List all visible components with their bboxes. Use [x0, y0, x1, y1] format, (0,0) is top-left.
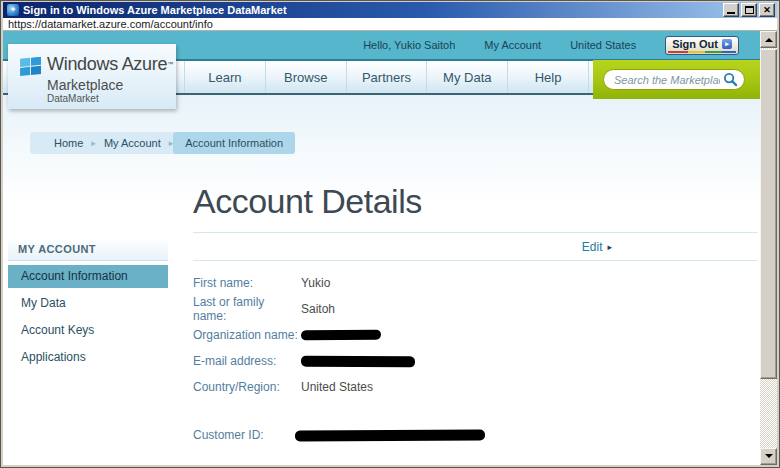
sidebar-title: MY ACCOUNT [8, 237, 168, 261]
scrollbar-thumb[interactable] [760, 49, 777, 379]
minimize-button[interactable] [723, 3, 739, 17]
logo-brand: Windows Azure™ [47, 54, 173, 74]
nav-item-browse[interactable]: Browse [266, 61, 347, 93]
breadcrumb-home[interactable]: Home [46, 132, 91, 154]
vertical-scrollbar[interactable] [760, 31, 777, 465]
page-title: Account Details [193, 181, 758, 221]
field-label: Last or family name: [193, 295, 301, 323]
url-text: https://datamarket.azure.com/account/inf… [8, 18, 213, 30]
edit-arrow-icon: ▸ [607, 242, 612, 252]
field-label: E-mail address: [193, 354, 301, 368]
browser-viewport: Hello, Yukio Saitoh My Account United St… [3, 31, 777, 465]
breadcrumb: Home ▸ My Account ▸ Account Information [30, 132, 295, 154]
redacted-value [301, 330, 381, 341]
maximize-icon [745, 6, 754, 14]
logo-product: Marketplace [47, 77, 176, 93]
field-label: First name: [193, 276, 301, 290]
scrollbar-track[interactable] [760, 379, 777, 448]
scroll-up-button[interactable] [760, 31, 777, 48]
windows-flag-icon [20, 57, 42, 77]
search-block [593, 60, 760, 99]
app-icon: ✦ [7, 4, 19, 16]
edit-link[interactable]: Edit [582, 240, 603, 254]
redacted-value [295, 429, 485, 441]
redacted-value [301, 355, 415, 367]
main-content: Account Details Edit ▸ First name: Yukio… [193, 181, 758, 448]
arrow-up-icon [765, 34, 773, 42]
field-value: Yukio [301, 276, 330, 290]
account-fields: First name: Yukio Last or family name: S… [193, 270, 758, 448]
page-content: Hello, Yukio Saitoh My Account United St… [3, 31, 760, 465]
sidebar-item-applications[interactable]: Applications [8, 346, 168, 369]
browser-window: ✦ Sign in to Windows Azure Marketplace D… [0, 0, 780, 468]
field-row-organization: Organization name: [193, 322, 758, 348]
main-nav: Learn Browse Partners My Data Help [184, 61, 589, 93]
field-value: Saitoh [301, 302, 335, 316]
my-account-link[interactable]: My Account [484, 39, 541, 51]
greeting-text: Hello, Yukio Saitoh [363, 39, 455, 51]
search-icon[interactable] [723, 72, 738, 87]
sign-out-button[interactable]: Sign Out ▸ [665, 36, 739, 55]
window-title: Sign in to Windows Azure Marketplace Dat… [23, 4, 723, 16]
edit-row: Edit ▸ [193, 233, 758, 260]
field-label: Country/Region: [193, 380, 301, 394]
field-row-first-name: First name: Yukio [193, 270, 758, 296]
scroll-down-button[interactable] [760, 448, 777, 465]
field-label: Organization name: [193, 328, 301, 342]
logo-sub-brand: DataMarket [47, 93, 176, 105]
field-row-email: E-mail address: [193, 348, 758, 374]
nav-item-help[interactable]: Help [508, 61, 589, 93]
sign-out-label: Sign Out [672, 38, 718, 50]
divider [193, 260, 758, 261]
nav-item-my-data[interactable]: My Data [427, 61, 508, 93]
arrow-down-icon [765, 454, 773, 462]
field-row-customer-id: Customer ID: [193, 422, 758, 448]
minimize-icon [727, 12, 735, 14]
breadcrumb-account-information[interactable]: Account Information [173, 132, 295, 154]
breadcrumb-my-account[interactable]: My Account [96, 132, 169, 154]
nav-item-partners[interactable]: Partners [347, 61, 428, 93]
close-button[interactable]: ✕ [759, 3, 775, 17]
field-row-last-name: Last or family name: Saitoh [193, 296, 758, 322]
trademark-symbol: ™ [167, 61, 173, 67]
close-icon: ✕ [763, 6, 771, 15]
sign-out-icon: ▸ [722, 39, 732, 49]
country-link[interactable]: United States [570, 39, 636, 51]
url-bar[interactable]: https://datamarket.azure.com/account/inf… [3, 18, 777, 31]
field-label: Customer ID: [193, 428, 301, 442]
title-bar: ✦ Sign in to Windows Azure Marketplace D… [3, 2, 777, 18]
field-value: United States [301, 380, 373, 394]
maximize-button[interactable] [741, 3, 757, 17]
sidebar-item-account-keys[interactable]: Account Keys [8, 319, 168, 342]
sidebar-item-my-data[interactable]: My Data [8, 292, 168, 315]
sidebar-item-account-information[interactable]: Account Information [8, 265, 168, 288]
sidebar: MY ACCOUNT Account Information My Data A… [8, 237, 168, 373]
field-row-country: Country/Region: United States [193, 374, 758, 400]
nav-item-learn[interactable]: Learn [184, 61, 266, 93]
logo[interactable]: Windows Azure™ Marketplace DataMarket [8, 44, 176, 109]
